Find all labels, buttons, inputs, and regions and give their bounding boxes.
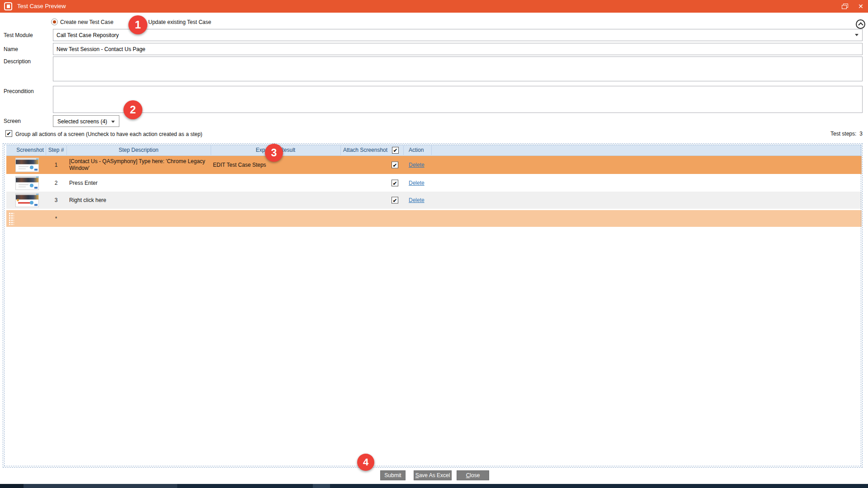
- delete-link[interactable]: Delete: [409, 180, 425, 186]
- taskbar-strip: [0, 484, 868, 488]
- attach-all-checkbox[interactable]: ✔: [392, 147, 399, 154]
- test-steps-grid: Screenshot Step # Step Description Expec…: [3, 143, 863, 468]
- step-screenshot-thumbnail[interactable]: [15, 158, 39, 172]
- step-description[interactable]: Right click here: [69, 197, 210, 204]
- precondition-label: Precondition: [4, 88, 34, 94]
- table-row[interactable]: 2 Press Enter ✔ Delete: [6, 174, 862, 192]
- attach-screenshot-checkbox[interactable]: ✔: [392, 179, 398, 186]
- create-new-test-case-radio[interactable]: [51, 19, 58, 25]
- header-screenshot[interactable]: Screenshot: [14, 145, 46, 156]
- annotation-badge-2: 2: [123, 100, 142, 119]
- close-window-icon[interactable]: ✕: [856, 2, 865, 10]
- name-label: Name: [4, 46, 18, 52]
- header-attach-screenshot[interactable]: Attach Screenshot: [343, 145, 391, 156]
- update-existing-test-case-label: Update existing Test Case: [148, 19, 211, 25]
- step-screenshot-thumbnail[interactable]: [15, 193, 39, 207]
- screen-dropdown-arrow-icon: [111, 121, 115, 123]
- new-step-row[interactable]: *: [6, 210, 862, 227]
- description-textarea[interactable]: [53, 56, 863, 81]
- delete-link[interactable]: Delete: [409, 162, 425, 168]
- save-as-excel-button[interactable]: Save As Excel: [414, 470, 452, 480]
- collapse-panel-button[interactable]: [856, 19, 865, 29]
- screen-label: Screen: [4, 118, 21, 124]
- test-steps-counter: Test steps:3: [830, 131, 863, 137]
- expected-result[interactable]: EDIT Test Case Steps: [213, 162, 340, 168]
- step-description[interactable]: [Contact Us - QASymphony] Type here: 'Ch…: [69, 158, 210, 172]
- step-screenshot-thumbnail[interactable]: [15, 176, 39, 190]
- table-row[interactable]: 1 [Contact Us - QASymphony] Type here: '…: [6, 156, 862, 174]
- header-step-description[interactable]: Step Description: [66, 145, 211, 156]
- group-actions-checkbox[interactable]: ✔: [5, 130, 12, 137]
- header-action[interactable]: Action: [409, 145, 436, 156]
- group-actions-label: Group all actions of a screen (Uncheck t…: [15, 131, 203, 137]
- close-button[interactable]: Close: [457, 470, 489, 480]
- attach-screenshot-checkbox[interactable]: ✔: [392, 197, 398, 204]
- test-case-preview-dialog: Create new Test Case Update existing Tes…: [0, 13, 868, 484]
- step-number: 2: [46, 180, 66, 186]
- name-input[interactable]: [53, 43, 863, 55]
- test-module-combobox[interactable]: [53, 29, 863, 41]
- restore-window-icon[interactable]: [842, 4, 849, 9]
- grid-header-row: Screenshot Step # Step Description Expec…: [6, 145, 862, 156]
- create-new-test-case-label: Create new Test Case: [60, 19, 113, 25]
- title-bar: Test Case Preview ✕: [0, 0, 868, 13]
- screen-dropdown[interactable]: Selected screens (4): [53, 115, 119, 127]
- test-steps-label: Test steps:: [830, 131, 856, 137]
- step-description[interactable]: Press Enter: [69, 179, 210, 186]
- annotation-badge-4: 4: [357, 454, 374, 471]
- test-steps-count: 3: [859, 131, 863, 137]
- table-row[interactable]: 3 Right click here ✔ Delete: [6, 192, 862, 209]
- precondition-textarea[interactable]: [53, 86, 863, 113]
- row-drag-handle-icon[interactable]: [8, 212, 14, 225]
- test-module-label: Test Module: [4, 32, 33, 38]
- annotation-badge-1: 1: [128, 15, 147, 34]
- delete-link[interactable]: Delete: [409, 197, 425, 203]
- step-number: 3: [46, 197, 66, 203]
- new-row-marker: *: [46, 216, 66, 222]
- annotation-badge-3: 3: [265, 144, 283, 162]
- step-number: 1: [46, 162, 66, 168]
- window-title: Test Case Preview: [17, 3, 66, 9]
- attach-screenshot-checkbox[interactable]: ✔: [392, 162, 398, 169]
- submit-button[interactable]: Submit: [380, 470, 406, 480]
- description-label: Description: [4, 58, 31, 65]
- screen-dropdown-value: Selected screens (4): [57, 118, 107, 125]
- header-step-number[interactable]: Step #: [46, 145, 66, 156]
- app-logo-icon: [4, 2, 12, 10]
